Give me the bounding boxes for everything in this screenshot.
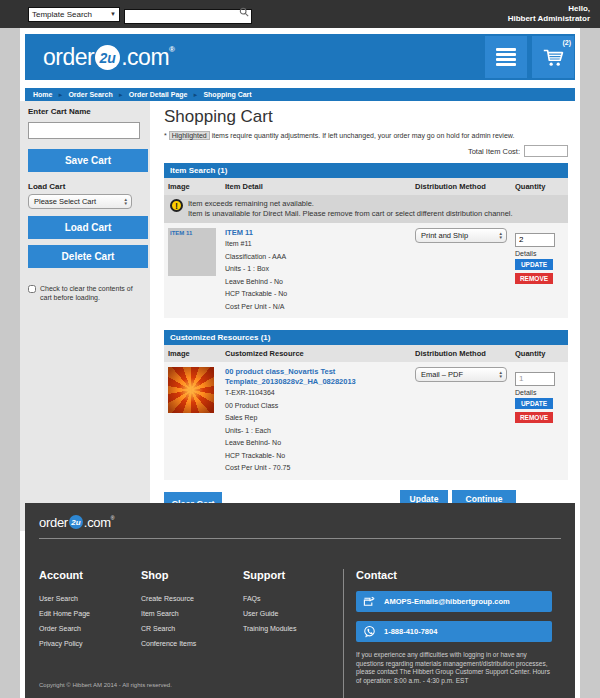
greeting-username: Hibbert Administrator: [508, 14, 590, 24]
footer-link[interactable]: User Search: [39, 591, 141, 606]
phone-icon: [363, 625, 376, 638]
item-quantity-input[interactable]: [515, 233, 555, 247]
header-buttons: (2): [485, 36, 574, 78]
footer-columns: Account User SearchEdit Home PageOrder S…: [39, 569, 561, 698]
col-quantity: Quantity: [511, 178, 568, 195]
footer-contact-title: Contact: [356, 569, 561, 581]
clear-cart-checkbox-label: Check to clear the contents of cart befo…: [40, 284, 146, 302]
select-stepper-icon: ▲▼: [124, 198, 129, 204]
item-details-link[interactable]: Details: [515, 250, 564, 257]
footer-support-text: If you experience any difficulties with …: [356, 651, 556, 685]
breadcrumb-item-order-search[interactable]: Order Search: [68, 91, 112, 98]
resource-detail-line: T-EXR-1104364: [225, 387, 407, 400]
footer-account-links: User SearchEdit Home PageOrder SearchPri…: [39, 591, 141, 651]
breadcrumb-separator-icon: ►: [57, 92, 63, 98]
enter-cart-name-label: Enter Cart Name: [28, 107, 146, 116]
breadcrumb-separator-icon: ►: [118, 92, 124, 98]
breadcrumb: Home ► Order Search ► Order Detail Page …: [25, 88, 575, 101]
footer-link[interactable]: User Guide: [243, 606, 343, 621]
footer-link[interactable]: CR Search: [141, 621, 243, 636]
footer-link[interactable]: Training Modules: [243, 621, 343, 636]
logo-text-com: .com: [121, 44, 169, 70]
load-cart-button[interactable]: Load Cart: [28, 216, 148, 239]
resource-distribution-value: Email – PDF: [421, 370, 463, 379]
col-distribution-method: Distribution Method: [411, 345, 511, 362]
site-logo[interactable]: order 2u .com ®: [43, 44, 175, 70]
logo-registered-mark: ®: [169, 45, 175, 54]
footer-vertical-divider: [343, 569, 344, 698]
contact-email-button[interactable]: AMOPS-Emails@hibbertgroup.com: [356, 591, 552, 612]
resource-thumbnail-image[interactable]: [168, 367, 214, 413]
cart-button[interactable]: (2): [532, 36, 574, 78]
item-detail-line: Leave Behind - No: [225, 276, 407, 289]
clear-cart-checkbox[interactable]: [28, 285, 36, 293]
delete-cart-button[interactable]: Delete Cart: [28, 245, 148, 268]
resource-distribution-select[interactable]: Email – PDF ▲▼: [415, 367, 507, 382]
footer-link[interactable]: Conference Items: [141, 636, 243, 651]
top-bar: Template Search ▼ Hello, Hibbert Adminis…: [0, 0, 600, 28]
shopping-cart-icon: [540, 44, 566, 70]
warning-icon: !: [170, 199, 183, 212]
save-cart-button[interactable]: Save Cart: [28, 149, 148, 172]
resource-detail-line: Sales Rep: [225, 412, 407, 425]
item-detail-lines: Item #11Classification - AAAUnits - 1 : …: [225, 238, 407, 313]
breadcrumb-item-shopping-cart[interactable]: Shopping Cart: [203, 91, 251, 98]
resource-quantity-input[interactable]: [515, 372, 555, 386]
footer-link[interactable]: Create Resource: [141, 591, 243, 606]
total-item-cost-input[interactable]: [524, 145, 568, 157]
select-stepper-icon: ▲▼: [499, 232, 504, 238]
cart-main: Shopping Cart * Highlighted items requir…: [150, 101, 580, 531]
menu-button[interactable]: [485, 36, 527, 78]
item-search-table: Item Search (1) Image Item Detail Distri…: [164, 163, 568, 318]
footer-column-account: Account User SearchEdit Home PageOrder S…: [39, 569, 141, 698]
cart-sidebar: Enter Cart Name Save Cart Load Cart Plea…: [20, 101, 150, 531]
col-quantity: Quantity: [511, 345, 568, 362]
footer-link[interactable]: Order Search: [39, 621, 141, 636]
highlight-notice: * Highlighted items require quantity adj…: [164, 132, 568, 139]
item-distribution-select[interactable]: Print and Ship ▲▼: [415, 228, 507, 243]
notice-asterisk: *: [164, 132, 167, 139]
hamburger-icon: [496, 48, 516, 66]
page-title: Shopping Cart: [164, 107, 568, 127]
load-cart-select[interactable]: Please Select Cart ▲▼: [28, 194, 132, 209]
item-detail-line: HCP Trackable - No: [225, 288, 407, 301]
resource-remove-button[interactable]: REMOVE: [515, 412, 553, 423]
warning-line-2: Item is unavailable for Direct Mail. Ple…: [188, 209, 513, 219]
search-type-select[interactable]: Template Search ▼: [28, 7, 120, 22]
footer-shop-links: Create ResourceItem SearchCR SearchConfe…: [141, 591, 243, 651]
cart-name-input[interactable]: [28, 122, 140, 139]
contact-phone-button[interactable]: 1-888-410-7804: [356, 621, 552, 642]
global-search-input[interactable]: [124, 9, 252, 24]
item-title-link[interactable]: ITEM 11: [225, 228, 385, 238]
footer-link[interactable]: Edit Home Page: [39, 606, 141, 621]
footer-link[interactable]: FAQs: [243, 591, 343, 606]
item-update-button[interactable]: UPDATE: [515, 259, 553, 270]
notice-highlighted-word: Highlighted: [169, 131, 210, 140]
footer-link[interactable]: Privacy Policy: [39, 636, 141, 651]
resource-detail-line: Cost Per Unit - 70.75: [225, 462, 407, 475]
item-remove-button[interactable]: REMOVE: [515, 273, 553, 284]
item-detail-line: Classification - AAA: [225, 251, 407, 264]
col-item-detail: Item Detail: [221, 178, 411, 195]
logo-text-order: order: [39, 515, 68, 530]
page: Template Search ▼ Hello, Hibbert Adminis…: [0, 0, 600, 698]
footer-link[interactable]: Item Search: [141, 606, 243, 621]
footer-support-links: FAQsUser GuideTraining Modules: [243, 591, 343, 636]
breadcrumb-item-order-detail[interactable]: Order Detail Page: [129, 91, 188, 98]
footer-support-title: Support: [243, 569, 343, 581]
breadcrumb-separator-icon: ►: [192, 92, 198, 98]
resource-update-button[interactable]: UPDATE: [515, 398, 553, 409]
item-detail-line: Item #11: [225, 238, 407, 251]
breadcrumb-item-home[interactable]: Home: [33, 91, 52, 98]
resource-details-link[interactable]: Details: [515, 389, 564, 396]
item-search-column-headers: Image Item Detail Distribution Method Qu…: [164, 178, 568, 195]
col-distribution-method: Distribution Method: [411, 178, 511, 195]
item-image-placeholder[interactable]: ITEM 11: [168, 228, 216, 276]
notice-text: items require quantity adjustments. If l…: [212, 132, 515, 139]
resource-title-link[interactable]: 00 product class_Novartis Test Template_…: [225, 367, 385, 387]
warning-line-1: Item exceeds remaining net available.: [188, 199, 513, 209]
footer-account-title: Account: [39, 569, 141, 581]
search-icon[interactable]: [239, 7, 249, 17]
customized-resources-column-headers: Image Customized Resource Distribution M…: [164, 345, 568, 362]
resource-detail-line: Units- 1 : Each: [225, 425, 407, 438]
